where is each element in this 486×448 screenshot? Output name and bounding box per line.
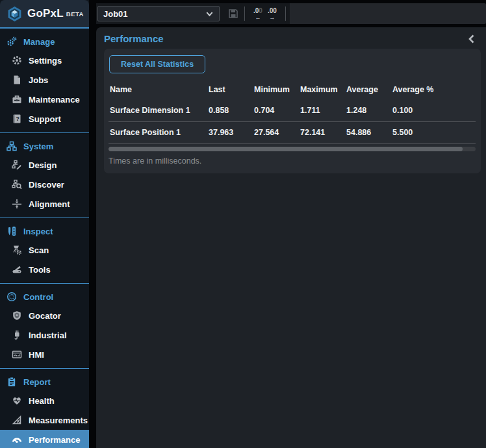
table-row-cell: 27.564 [253, 121, 299, 143]
design-pencil-icon [11, 160, 22, 171]
sidebar-item-design[interactable]: Design [0, 155, 89, 175]
sidebar-item-label: Maintenance [29, 95, 80, 105]
sidebar-item-label: Discover [29, 180, 64, 190]
sidebar-item-support[interactable]: ? Support [0, 109, 89, 129]
sidebar-item-discover[interactable]: Discover [0, 175, 89, 194]
sidebar-section-report: Report Health Measurements Performance [0, 369, 89, 448]
sidebar-item-maintenance[interactable]: Maintenance [0, 90, 89, 109]
sidebar-item-label: Alignment [29, 199, 70, 209]
statistics-card: Reset All Statistics Name Last Minimum M… [104, 49, 481, 173]
sidebar-section-manage: Manage Settings Jobs Maintenance ? Suppo… [0, 29, 89, 133]
sidebar-header-manage[interactable]: Manage [0, 32, 89, 51]
column-header-last: Last [207, 80, 253, 100]
table-row-cell: 0.858 [207, 100, 253, 121]
sidebar-item-label: Measurements [29, 416, 88, 425]
table-row-cell: 5.500 [391, 121, 476, 143]
sidebar-header-label: System [23, 142, 53, 151]
horizontal-scrollbar[interactable] [109, 147, 476, 151]
save-icon [227, 8, 238, 19]
chevron-left-icon [467, 34, 477, 44]
reset-all-statistics-button[interactable]: Reset All Statistics [109, 55, 205, 73]
collapse-panel-button[interactable] [467, 34, 477, 44]
gopxl-cube-logo-icon [6, 5, 23, 22]
sidebar-item-performance[interactable]: Performance [0, 430, 89, 448]
sidebar-item-settings[interactable]: Settings [0, 51, 89, 70]
toolbox-icon [11, 94, 22, 105]
sidebar-header-report[interactable]: Report [0, 373, 89, 391]
sidebar-item-scan[interactable]: Scan [0, 240, 89, 260]
app-logo: GoPxL BETA [0, 0, 89, 29]
sidebar-header-system[interactable]: System [0, 137, 89, 155]
sidebar-item-measurements[interactable]: Measurements [0, 410, 89, 430]
job-selector[interactable]: Job01 [97, 6, 220, 21]
arrow-left-icon: ← [255, 15, 261, 20]
toolbar-separator [285, 6, 286, 21]
sidebar-item-jobs[interactable]: Jobs [0, 70, 89, 90]
sidebar-item-industrial[interactable]: Industrial [0, 325, 89, 345]
svg-text:?: ? [16, 116, 19, 122]
performance-panel: Performance Reset All Statistics Name La… [96, 27, 486, 448]
job-selector-value: Job01 [103, 9, 128, 19]
gears-icon [6, 36, 17, 47]
sidebar-section-system: System Design Discover Alignment [0, 133, 89, 218]
tools-knife-icon [11, 264, 22, 275]
table-row-cell: 1.248 [345, 100, 391, 121]
sidebar-header-inspect[interactable]: Inspect [0, 222, 89, 240]
decimal-increase-label: .00 [268, 8, 277, 14]
table-footnote: Times are in milliseconds. [109, 156, 476, 166]
panel-header: Performance [96, 27, 486, 49]
gauge-icon [11, 434, 22, 445]
sidebar-item-label: Tools [29, 265, 51, 275]
sidebar-item-label: Industrial [29, 330, 67, 340]
sidebar-header-label: Manage [23, 37, 55, 47]
app-title: GoPxL [27, 7, 64, 20]
panel-title: Performance [104, 33, 164, 44]
decimal-decrease-label: .00 [253, 8, 262, 14]
sidebar-item-label: Jobs [29, 75, 48, 85]
sidebar-item-alignment[interactable]: Alignment [0, 194, 89, 214]
table-row-cell: 54.886 [345, 121, 391, 143]
scrollbar-thumb[interactable] [109, 147, 463, 151]
save-job-button[interactable] [227, 8, 238, 19]
sidebar-item-tools[interactable]: Tools [0, 260, 89, 279]
sidebar-header-control[interactable]: Control [0, 288, 89, 306]
top-toolbar: Job01 .00 ← .00 → [96, 3, 486, 24]
plug-icon [11, 330, 22, 341]
beta-badge: BETA [66, 10, 84, 18]
sidebar-item-label: Settings [29, 56, 62, 66]
sidebar-item-label: Gocator [29, 311, 61, 321]
sidebar-item-health[interactable]: Health [0, 391, 89, 410]
decimal-decrease-button[interactable]: .00 ← [253, 8, 262, 20]
sidebar-section-control: Control Gocator Industrial HMI [0, 284, 89, 369]
sidebar-item-label: HMI [29, 350, 44, 360]
sidebar-item-label: Health [29, 396, 55, 406]
chevron-down-icon [205, 8, 214, 19]
scan-icon [11, 245, 22, 256]
sidebar: GoPxL BETA Manage Settings Jobs Mai [0, 0, 89, 448]
hmi-monitor-icon [11, 349, 22, 360]
clipboard-icon [6, 377, 17, 388]
sidebar-item-label: Scan [29, 245, 49, 255]
column-header-name: Name [109, 80, 207, 100]
column-header-average-pct: Average % [391, 80, 476, 100]
decimal-increase-button[interactable]: .00 → [268, 8, 277, 20]
document-icon [11, 75, 22, 86]
table-row-cell: 37.963 [207, 121, 253, 143]
toolbar-separator [244, 6, 245, 21]
table-row-cell: 1.711 [299, 100, 345, 121]
arrow-right-icon: → [269, 15, 275, 20]
dial-icon [6, 292, 17, 303]
column-header-average: Average [345, 80, 391, 100]
sidebar-item-hmi[interactable]: HMI [0, 345, 89, 364]
table-row-cell: Surface Dimension 1 [109, 100, 207, 121]
caliper-icon [6, 226, 17, 237]
sidebar-item-gocator[interactable]: Gocator [0, 306, 89, 325]
statistics-table: Name Last Minimum Maximum Average Averag… [109, 80, 476, 143]
protractor-icon [11, 415, 22, 426]
sidebar-item-label: Design [29, 160, 57, 170]
discover-search-icon [11, 179, 22, 190]
sidebar-item-label: Performance [29, 435, 80, 445]
table-row-cell: Surface Position 1 [109, 121, 207, 143]
help-book-icon: ? [11, 114, 22, 125]
table-bottom-border [109, 143, 476, 144]
